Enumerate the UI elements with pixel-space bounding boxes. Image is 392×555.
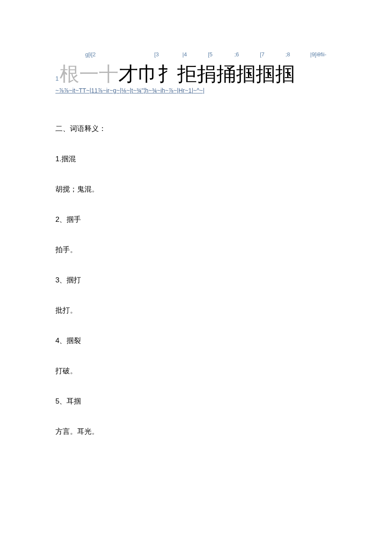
annotation-1: g[i[2 <box>85 51 96 58</box>
section-title: 二、词语释义： <box>55 124 337 134</box>
annotation-5: ;6 <box>234 51 239 58</box>
annotation-7: ;8 <box>285 51 290 58</box>
large-index-1: 1 <box>55 75 59 82</box>
large-gray-part: 根一十 <box>60 63 118 85</box>
annotation-8: |9[iθfii- <box>310 51 326 58</box>
term-def-4: 打破。 <box>55 366 337 376</box>
term-label-4: 4、掴裂 <box>55 336 337 346</box>
annotation-4: [5 <box>208 51 213 58</box>
annotation-6: [7 <box>260 51 265 58</box>
term-label-1: 1.掴混 <box>55 154 337 164</box>
annotation-3: |4 <box>182 51 187 58</box>
term-def-5: 方言。耳光。 <box>55 427 337 436</box>
large-black-part: 才巾扌拒捐捅掴掴掴 <box>118 63 295 85</box>
term-def-2: 拍手。 <box>55 245 337 255</box>
term-def-1: 胡搅；鬼混。 <box>55 184 337 194</box>
term-label-3: 3、掴打 <box>55 275 337 285</box>
annotation-2: [3 <box>154 51 159 58</box>
large-character-line: 1根一十才巾扌拒捐捅掴掴掴 <box>55 64 337 84</box>
term-label-2: 2、掴手 <box>55 215 337 224</box>
term-def-3: 批打。 <box>55 305 337 315</box>
annotation-row: g[i[2 [3 |4 [5 ;6 [7 ;8 |9[iθfii- <box>55 51 337 64</box>
phonetic-line: ~⅞⅞~it~TT~|11⅞~ir~g~|⅛~|t~¾"¦h~¾~ih~⅞~|H… <box>55 87 337 94</box>
term-label-5: 5、耳掴 <box>55 396 337 406</box>
